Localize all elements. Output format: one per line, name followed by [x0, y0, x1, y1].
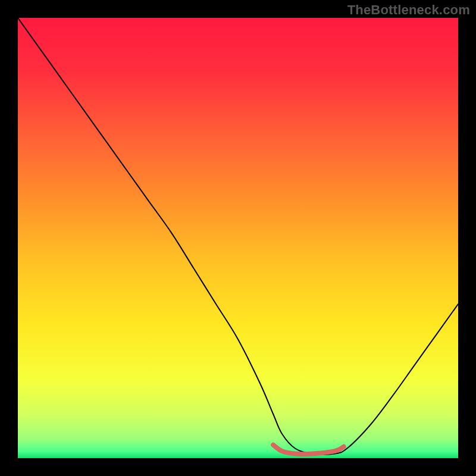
gradient-background: [18, 18, 458, 458]
watermark-text: TheBottleneck.com: [347, 2, 470, 18]
chart-svg: [18, 18, 458, 458]
chart-frame: TheBottleneck.com: [0, 0, 476, 476]
plot-area: [18, 18, 458, 458]
